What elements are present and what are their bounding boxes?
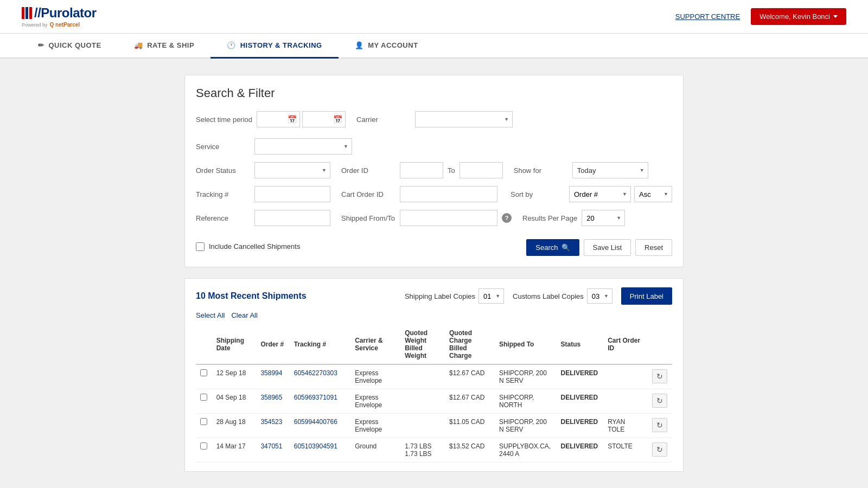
nav-item-rate-ship[interactable]: 🚚 RATE & SHIP: [118, 34, 210, 59]
nav-item-history-tracking[interactable]: 🕐 HISTORY & TRACKING: [210, 34, 339, 59]
refresh-btn-3[interactable]: ↻: [652, 442, 667, 457]
include-cancelled-label: Include Cancelled Shipments: [209, 242, 300, 251]
refresh-btn-2[interactable]: ↻: [652, 418, 667, 432]
row-checkbox-3[interactable]: [200, 442, 207, 450]
service-select[interactable]: [254, 138, 352, 155]
order-status-group: Order Status: [196, 162, 330, 178]
logo-stripes-icon: [22, 7, 32, 19]
shipments-table: Shipping Date Order # Tracking # Carrier…: [196, 325, 672, 463]
sort-dir-select[interactable]: Asc Desc: [634, 186, 672, 202]
customs-label-copies-group: Customs Label Copies 01 02 03: [513, 288, 612, 304]
shipped-help-icon[interactable]: ?: [502, 213, 512, 223]
shipped-from-to-input[interactable]: [400, 210, 497, 226]
welcome-caret-icon: [833, 15, 838, 18]
order-id-group: Order ID To: [341, 162, 503, 178]
cell-shipped-to-1: SHIPCORP, NORTH: [495, 389, 557, 414]
tracking-input[interactable]: [254, 186, 330, 202]
show-for-label: Show for: [514, 166, 568, 175]
date-to-wrapper: 📅: [302, 111, 346, 127]
sort-controls: Order # Shipping Date Status Asc Desc: [569, 186, 672, 202]
cell-order-num-2[interactable]: 354523: [256, 414, 289, 438]
cell-carrier-3: Ground: [350, 438, 400, 463]
row-checkbox-1[interactable]: [200, 394, 207, 401]
shipping-label-copies-label: Shipping Label Copies: [405, 292, 475, 300]
table-header: Shipping Date Order # Tracking # Carrier…: [196, 325, 672, 364]
cell-order-num-3[interactable]: 347051: [256, 438, 289, 463]
row-checkbox-2[interactable]: [200, 418, 207, 425]
sort-by-select[interactable]: Order # Shipping Date Status: [569, 186, 631, 202]
sort-by-select-wrapper: Order # Shipping Date Status: [569, 186, 631, 202]
welcome-label: Welcome, Kevin Bonci: [760, 12, 830, 21]
filter-footer: Include Cancelled Shipments Search 🔍 Sav…: [196, 234, 672, 256]
date-from-wrapper: 📅: [257, 111, 300, 127]
calendar-to-icon[interactable]: 📅: [333, 115, 342, 124]
include-cancelled-checkbox[interactable]: [196, 242, 205, 251]
cart-order-id-label: Cart Order ID: [341, 190, 395, 198]
time-period-group: Select time period 📅 📅: [196, 111, 346, 127]
order-status-select[interactable]: [254, 162, 330, 178]
refresh-btn-0[interactable]: ↻: [652, 369, 667, 383]
carrier-label: Carrier: [356, 115, 411, 124]
cell-tracking-num-3[interactable]: 605103904591: [290, 438, 350, 463]
order-id-to-input[interactable]: [459, 162, 503, 178]
service-group: Service: [196, 138, 672, 155]
th-carrier-service: Carrier & Service: [350, 325, 400, 364]
welcome-button[interactable]: Welcome, Kevin Bonci: [751, 8, 846, 25]
cell-status-1: DELIVERED: [557, 389, 604, 414]
support-centre-link[interactable]: SUPPORT CENTRE: [675, 12, 740, 21]
carrier-group: Carrier: [356, 111, 672, 127]
carrier-select[interactable]: [415, 111, 513, 127]
cell-quoted-charge-0: $12.67 CAD: [445, 364, 495, 389]
cell-shipping-date-3: 14 Mar 17: [212, 438, 257, 463]
cell-order-num-1[interactable]: 358965: [256, 389, 289, 414]
cell-tracking-num-1[interactable]: 605969371091: [290, 389, 350, 414]
row-checkbox-0[interactable]: [200, 369, 207, 376]
purolator-logo: //Purolator Powered by Q netParcel: [22, 5, 97, 28]
search-button[interactable]: Search 🔍: [526, 239, 579, 256]
table-body: 12 Sep 18 358994 605462270303 Express En…: [196, 364, 672, 463]
shipping-label-copies-select[interactable]: 01 02 03: [478, 288, 504, 304]
header-right: SUPPORT CENTRE Welcome, Kevin Bonci: [675, 8, 846, 25]
history-tracking-icon: 🕐: [227, 41, 236, 49]
cell-tracking-num-2[interactable]: 605994400766: [290, 414, 350, 438]
cell-order-num-0[interactable]: 358994: [256, 364, 289, 389]
th-checkbox: [196, 325, 212, 364]
order-id-input[interactable]: [400, 162, 443, 178]
refresh-btn-1[interactable]: ↻: [652, 394, 667, 408]
cell-shipping-date-2: 28 Aug 18: [212, 414, 257, 438]
table-row: 28 Aug 18 354523 605994400766 Express En…: [196, 414, 672, 438]
cell-quoted-weight-2: [400, 414, 445, 438]
th-shipping-date: Shipping Date: [212, 325, 257, 364]
search-btn-label: Search: [535, 243, 558, 252]
print-label-button[interactable]: Print Label: [621, 287, 672, 305]
service-select-wrapper: [254, 138, 352, 155]
results-per-page-select[interactable]: 10 20 50 100: [582, 210, 625, 226]
reset-button[interactable]: Reset: [635, 239, 672, 256]
carrier-select-wrapper: [415, 111, 513, 127]
show-for-group: Show for Today Yesterday Last 7 Days Las…: [514, 162, 672, 178]
customs-label-copies-select[interactable]: 01 02 03: [587, 288, 612, 304]
filter-row-2: Order Status Order ID To Show for Today …: [196, 162, 672, 178]
cell-status-3: DELIVERED: [557, 438, 604, 463]
cell-action-3: ↻: [648, 438, 672, 463]
to-label: To: [448, 166, 455, 175]
nav-item-my-account[interactable]: 👤 MY ACCOUNT: [339, 34, 435, 59]
date-range: 📅 📅: [257, 111, 346, 127]
reference-input[interactable]: [254, 210, 330, 226]
th-action: [648, 325, 672, 364]
clear-all-button[interactable]: Clear All: [231, 311, 257, 319]
filter-row-1: Select time period 📅 📅 Carrier: [196, 111, 672, 155]
calendar-from-icon[interactable]: 📅: [288, 115, 297, 124]
show-for-select[interactable]: Today Yesterday Last 7 Days Last 30 Days: [572, 162, 648, 178]
select-clear-row: Select All Clear All: [196, 311, 672, 319]
nav-item-quick-quote[interactable]: ✏ QUICK QUOTE: [22, 34, 118, 59]
select-all-button[interactable]: Select All: [196, 311, 225, 319]
results-section: 10 Most Recent Shipments Shipping Label …: [184, 278, 684, 472]
time-period-label: Select time period: [196, 115, 252, 124]
cart-order-id-input[interactable]: [400, 186, 497, 202]
cell-tracking-num-0[interactable]: 605462270303: [290, 364, 350, 389]
save-list-button[interactable]: Save List: [584, 239, 631, 256]
results-per-page-group: Results Per Page 10 20 50 100: [522, 210, 672, 226]
cell-action-1: ↻: [648, 389, 672, 414]
netparcel-label: Q netParcel: [50, 22, 80, 28]
